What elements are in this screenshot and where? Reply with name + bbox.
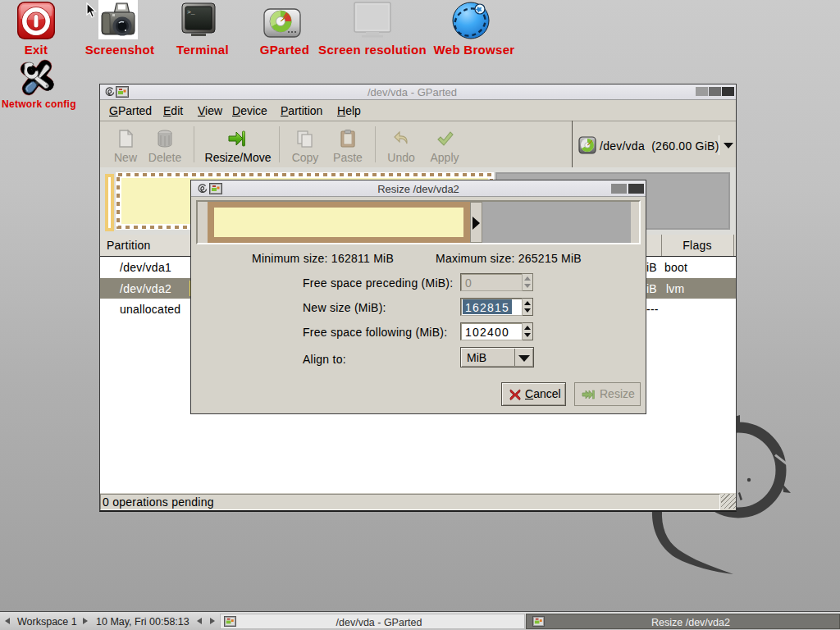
svg-text:>_: >_	[187, 8, 195, 16]
